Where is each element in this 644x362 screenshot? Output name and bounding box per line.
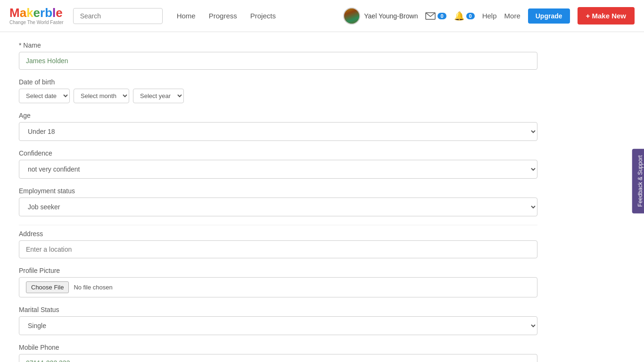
bell-icon: 🔔	[454, 11, 464, 21]
employment-label: Employment status	[19, 187, 537, 195]
profile-picture-no-file: No file chosen	[74, 284, 112, 291]
employment-field-group: Employment status Job seeker Employed Se…	[19, 187, 537, 216]
nav-links: Home Progress Projects	[177, 12, 344, 20]
messages-button[interactable]: 0	[425, 12, 446, 20]
dob-date-select[interactable]: Select date 12345 678910 1112131415 1617…	[19, 89, 70, 103]
user-area: Yael Young-Brown 0 🔔 0 Help More Upgrade…	[343, 7, 635, 25]
navbar: Makerble Change The World Faster Home Pr…	[0, 0, 644, 32]
profile-picture-label: Profile Picture	[19, 267, 537, 274]
address-label: Address	[19, 230, 537, 238]
marital-field-group: Marital Status Single Married Divorced W…	[19, 306, 537, 335]
divider	[19, 225, 537, 225]
logo[interactable]: Makerble Change The World Faster	[9, 7, 64, 25]
logo-tagline: Change The World Faster	[9, 20, 64, 25]
dob-label: Date of birth	[19, 78, 537, 86]
confidence-field-group: Confidence not very confident somewhat c…	[19, 149, 537, 179]
messages-badge: 0	[438, 13, 446, 19]
dob-month-select[interactable]: Select month JanuaryFebruaryMarchApril M…	[74, 89, 129, 103]
envelope-icon	[425, 12, 436, 20]
notifications-button[interactable]: 🔔 0	[454, 11, 475, 21]
name-input[interactable]	[19, 52, 537, 70]
dob-row: Select date 12345 678910 1112131415 1617…	[19, 89, 537, 103]
confidence-select[interactable]: not very confident somewhat confident co…	[19, 160, 537, 179]
dob-year-select[interactable]: Select year 20001999199819971996 1995199…	[133, 89, 184, 103]
user-name: Yael Young-Brown	[364, 12, 418, 20]
marital-select[interactable]: Single Married Divorced Widowed Civil Pa…	[19, 316, 537, 335]
mobile-label: Mobile Phone	[19, 344, 537, 351]
notifications-badge: 0	[466, 13, 475, 19]
nav-progress[interactable]: Progress	[209, 12, 237, 20]
address-field-group: Address	[19, 230, 537, 258]
name-field-group: * Name	[19, 41, 537, 70]
nav-home[interactable]: Home	[177, 12, 196, 20]
help-link[interactable]: Help	[482, 12, 497, 20]
search-input[interactable]	[73, 8, 163, 24]
marital-label: Marital Status	[19, 306, 537, 313]
age-field-group: Age Under 18 18-24 25-34 35-44 45-54 55-…	[19, 112, 537, 141]
make-new-button[interactable]: + Make New	[578, 7, 635, 25]
more-link[interactable]: More	[504, 12, 520, 20]
feedback-tab[interactable]: Feedback & Support	[608, 173, 644, 189]
upgrade-button[interactable]: Upgrade	[528, 8, 570, 24]
dob-field-group: Date of birth Select date 12345 678910 1…	[19, 78, 537, 103]
employment-select[interactable]: Job seeker Employed Self-employed Unempl…	[19, 197, 537, 216]
profile-picture-field-group: Profile Picture Choose File No file chos…	[19, 267, 537, 297]
avatar	[343, 8, 360, 25]
mobile-field-group: Mobile Phone	[19, 344, 537, 362]
nav-projects[interactable]: Projects	[250, 12, 276, 20]
search-wrap	[73, 8, 163, 24]
feedback-label: Feedback & Support	[632, 148, 644, 213]
profile-picture-upload: Choose File No file chosen	[19, 277, 537, 297]
age-select[interactable]: Under 18 18-24 25-34 35-44 45-54 55-64 6…	[19, 122, 537, 141]
confidence-label: Confidence	[19, 149, 537, 157]
profile-picture-choose-button[interactable]: Choose File	[26, 281, 69, 293]
form-section: * Name Date of birth Select date 12345 6…	[19, 41, 537, 362]
main-content: * Name Date of birth Select date 12345 6…	[0, 32, 632, 362]
age-label: Age	[19, 112, 537, 119]
mobile-input[interactable]	[19, 354, 537, 362]
address-input[interactable]	[19, 240, 537, 258]
name-label: * Name	[19, 41, 537, 49]
user-profile[interactable]: Yael Young-Brown	[343, 8, 418, 25]
